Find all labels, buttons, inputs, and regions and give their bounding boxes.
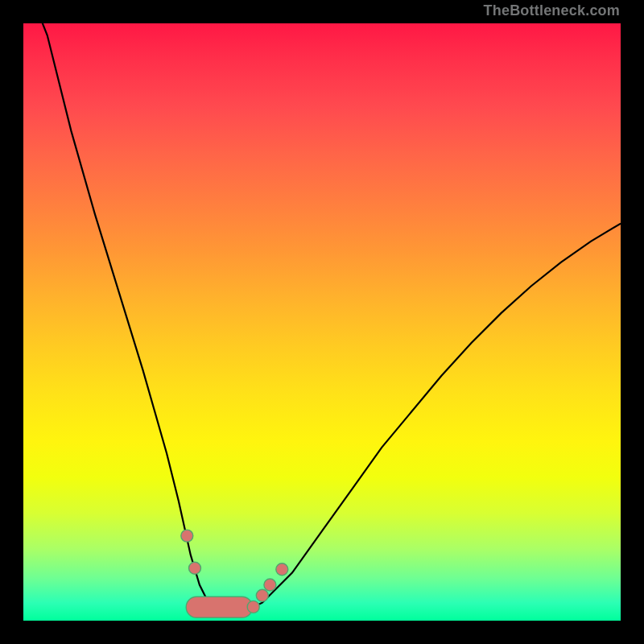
chart-frame: TheBottleneck.com (0, 0, 644, 644)
marker-dot (181, 530, 193, 542)
marker-dot (276, 564, 288, 576)
marker-dot (264, 579, 276, 591)
bottleneck-curve (23, 23, 621, 612)
curve-layer (23, 23, 621, 621)
plot-area (23, 23, 621, 621)
attribution-label: TheBottleneck.com (484, 3, 620, 18)
marker-dot (247, 601, 259, 613)
marker-dots (181, 530, 288, 613)
marker-dot (256, 589, 268, 601)
valley-marker-blob (186, 597, 252, 617)
marker-dot (189, 562, 201, 574)
